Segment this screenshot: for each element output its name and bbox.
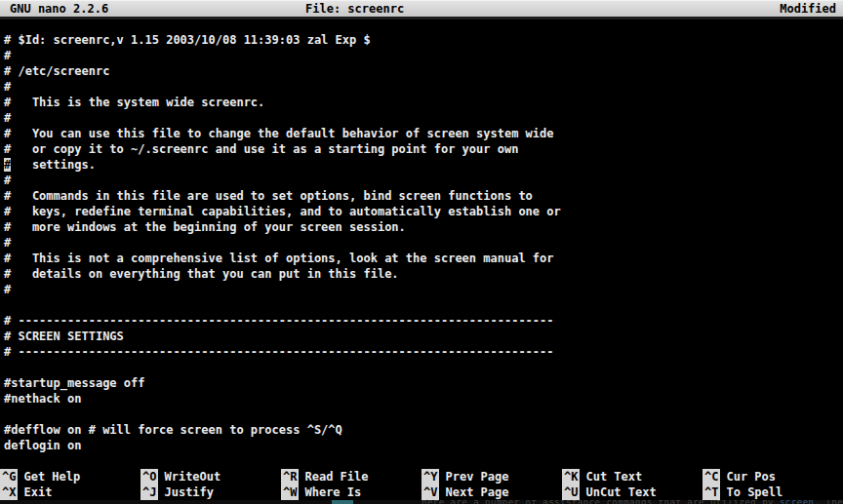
shortcut-key: ^Y [422, 469, 439, 485]
editor-line[interactable]: # [0, 235, 843, 251]
terminal-window: GNU nano 2.2.6 File: screenrc Modified #… [0, 0, 843, 504]
editor-line[interactable] [0, 360, 843, 375]
shortcut-label: Prev Page [445, 470, 508, 484]
shortcut-row-2: ^XExit^JJustify^WWhere Is^VNext Page^UUn… [0, 485, 843, 500]
editor-line[interactable]: # Commands in this file are used to set … [0, 188, 843, 204]
shortcut-label: Read File [304, 470, 368, 484]
modified-badge: Modified [780, 1, 836, 17]
ghost-text-link: screen [780, 500, 815, 504]
background-ghost-text: here are a number of assistance commands… [422, 500, 843, 504]
editor-line[interactable]: # keys, redefine terminal capabilities, … [0, 204, 843, 219]
background-teal-block [332, 500, 353, 504]
shortcut-row-1: ^GGet Help^OWriteOut^RRead File^YPrev Pa… [0, 469, 843, 485]
shortcut-label: Exit [23, 485, 52, 499]
shortcut-writeout[interactable]: ^OWriteOut [140, 469, 281, 485]
background-window-sliver: here are a number of assistance commands… [0, 500, 843, 504]
text-cursor: # [4, 158, 11, 172]
editor-line[interactable]: # This is not a comprehensive list of op… [0, 251, 843, 266]
nano-titlebar: GNU nano 2.2.6 File: screenrc Modified [0, 0, 843, 17]
editor-line[interactable]: # or copy it to ~/.screenrc and use it a… [0, 141, 843, 157]
editor-line[interactable]: # [0, 48, 843, 63]
shortcut-label: To Spell [726, 485, 783, 499]
shortcut-key: ^X [0, 485, 18, 500]
shortcut-key: ^O [140, 469, 158, 485]
shortcut-label: Where Is [304, 485, 361, 499]
shortcut-read-file[interactable]: ^RRead File [281, 469, 422, 485]
ghost-text-suffix: . The text of [814, 500, 843, 504]
shortcut-prev-page[interactable]: ^YPrev Page [422, 469, 562, 485]
editor-line[interactable] [0, 297, 843, 313]
shortcut-key: ^V [422, 485, 439, 500]
shortcut-key: ^C [702, 469, 720, 485]
shortcut-label: Cut Text [585, 470, 642, 484]
shortcut-get-help[interactable]: ^GGet Help [0, 469, 140, 485]
shortcut-label: Cur Pos [726, 470, 776, 484]
editor-line[interactable]: # --------------------------------------… [0, 344, 843, 360]
shortcut-key: ^J [140, 485, 158, 500]
ghost-text-prefix: here are a number of assistance commands… [422, 500, 780, 504]
file-name: File: screenrc [305, 1, 404, 17]
editor-line[interactable]: # [0, 173, 843, 188]
editor-line[interactable] [0, 407, 843, 422]
editor-line[interactable]: # settings. [0, 157, 843, 173]
shortcut-key: ^W [281, 485, 299, 500]
editor-line[interactable]: deflogin on [0, 438, 843, 453]
editor-line[interactable]: # [0, 79, 843, 95]
shortcut-exit[interactable]: ^XExit [0, 485, 140, 500]
editor-line[interactable]: # You can use this file to change the de… [0, 126, 843, 141]
editor-line[interactable]: # SCREEN SETTINGS [0, 329, 843, 344]
shortcut-label: Next Page [445, 485, 508, 499]
editor-line[interactable]: # more windows at the beginning of your … [0, 219, 843, 235]
editor-line[interactable]: # --------------------------------------… [0, 313, 843, 329]
shortcut-label: UnCut Text [585, 485, 656, 499]
editor-line[interactable]: #startup_message off [0, 375, 843, 391]
editor-line[interactable]: # /etc/screenrc [0, 63, 843, 79]
editor-line[interactable]: # $Id: screenrc,v 1.15 2003/10/08 11:39:… [0, 32, 843, 48]
editor-line[interactable]: # details on everything that you can put… [0, 266, 843, 282]
shortcut-to-spell[interactable]: ^TTo Spell [702, 485, 843, 500]
shortcut-where-is[interactable]: ^WWhere Is [281, 485, 422, 500]
shortcut-label: Get Help [23, 470, 80, 484]
shortcut-label: WriteOut [164, 470, 221, 484]
editor-line[interactable]: # [0, 282, 843, 297]
editor-line[interactable] [0, 17, 843, 32]
editor-area[interactable]: # $Id: screenrc,v 1.15 2003/10/08 11:39:… [0, 17, 843, 453]
shortcut-justify[interactable]: ^JJustify [140, 485, 281, 500]
shortcut-next-page[interactable]: ^VNext Page [422, 485, 562, 500]
editor-line[interactable]: # This is the system wide screenrc. [0, 95, 843, 110]
app-version: GNU nano 2.2.6 [10, 1, 108, 17]
editor-line[interactable]: #nethack on [0, 391, 843, 407]
shortcut-key: ^U [562, 485, 580, 500]
shortcut-uncut-text[interactable]: ^UUnCut Text [562, 485, 702, 500]
shortcut-key: ^K [562, 469, 580, 485]
editor-line[interactable]: # [0, 110, 843, 126]
shortcut-key: ^G [0, 469, 18, 485]
shortcut-cut-text[interactable]: ^KCut Text [562, 469, 702, 485]
editor-line[interactable]: #defflow on # will force screen to proce… [0, 422, 843, 438]
shortcut-label: Justify [164, 485, 214, 499]
shortcut-key: ^R [281, 469, 299, 485]
shortcut-cur-pos[interactable]: ^CCur Pos [702, 469, 843, 485]
shortcut-key: ^T [702, 485, 720, 500]
